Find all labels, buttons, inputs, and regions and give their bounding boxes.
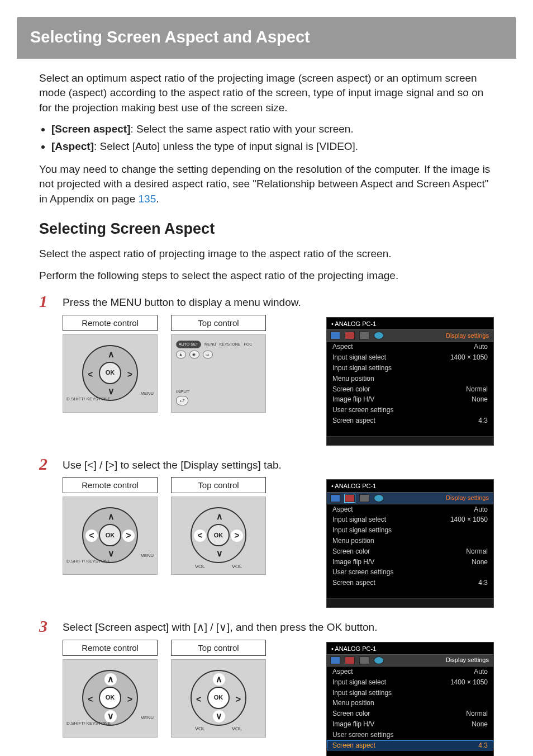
osd-row-name: User screen settings xyxy=(332,568,393,577)
osd-tab-label: Display settings xyxy=(446,656,493,664)
menu-label: MENU xyxy=(140,552,154,559)
osd-row-name: Menu position xyxy=(332,374,374,384)
osd-row-name: Image flip H/V xyxy=(332,557,374,567)
osd-row-value: None xyxy=(472,395,488,404)
bullet-2-text: : Select [Auto] unless the type of input… xyxy=(94,140,358,152)
osd-row-name: Screen color xyxy=(332,385,370,394)
osd-tab-label: Display settings xyxy=(446,332,493,340)
osd-source: ANALOG PC-1 xyxy=(335,645,376,652)
osd-row-value: 1400 × 1050 xyxy=(450,515,488,525)
top-control-label: Top control xyxy=(171,640,266,656)
osd-tab-icon xyxy=(330,656,340,664)
osd-row-name: Screen aspect xyxy=(332,578,375,588)
osd-row-value: None xyxy=(472,557,488,567)
osd-row-value: Auto xyxy=(474,667,488,677)
osd-row-name: Aspect xyxy=(332,667,353,677)
top-control-fig-1: Top control AUTO SET MENU KEYSTONE FOC ▲… xyxy=(171,315,266,413)
bullet-2-label: [Aspect] xyxy=(51,140,94,152)
osd-tab-icon xyxy=(374,656,384,664)
step-3-text: Select [Screen aspect] with [∧] / [∨], a… xyxy=(63,620,494,635)
dshift-label: D.SHIFT/ KEYSTONE xyxy=(66,396,111,402)
step-3: 3 Select [Screen aspect] with [∧] / [∨],… xyxy=(39,618,494,635)
remote-panel-image: ∧ ∨ <> OK D.SHIFT/ KEYSTONE MENU xyxy=(63,659,158,738)
bullet-1-label: [Screen aspect] xyxy=(51,123,131,135)
top-keystone-label: KEYSTONE xyxy=(220,342,241,347)
ok-button-icon: OK xyxy=(207,524,230,546)
osd-tab-icon xyxy=(359,332,369,339)
osd-row-value: Auto xyxy=(474,342,488,352)
ok-button-icon: OK xyxy=(99,524,121,546)
osd-row-name: Aspect xyxy=(332,505,353,514)
top-control-fig-3: Top control ∧ ∨ <> OK VOL VOL xyxy=(171,640,266,738)
vol-plus-label: VOL xyxy=(232,725,242,733)
vol-minus-label: VOL xyxy=(195,725,205,733)
ok-button-icon: OK xyxy=(207,687,230,709)
vol-plus-label: VOL xyxy=(232,563,242,570)
menu-label: MENU xyxy=(140,715,154,721)
osd-tab-icon xyxy=(374,332,384,339)
remote-control-label: Remote control xyxy=(63,315,158,331)
osd-row-value: 4:3 xyxy=(478,578,488,588)
osd-tab-icon-active xyxy=(345,494,355,502)
osd-menu-2: • ANALOG PC-1 Display settings AspectAut… xyxy=(326,479,494,608)
step-3-number: 3 xyxy=(39,618,53,635)
menu-label: MENU xyxy=(140,390,154,396)
osd-source: ANALOG PC-1 xyxy=(335,320,376,327)
osd-tab-icon xyxy=(374,494,384,502)
osd-row-name: Screen aspect xyxy=(332,416,375,426)
osd-row-value: None xyxy=(472,720,488,729)
osd-tab-icon xyxy=(330,332,340,339)
osd-tab-icon xyxy=(330,494,340,502)
appendix-page-link[interactable]: 135 xyxy=(139,193,156,205)
step-2: 2 Use [<] / [>] to select the [Display s… xyxy=(39,456,494,473)
step-1-text: Press the MENU button to display a menu … xyxy=(63,295,494,310)
osd-row-name: Input signal settings xyxy=(332,688,392,698)
osd-row-value: 1400 × 1050 xyxy=(450,678,488,687)
top-foc-label: FOC xyxy=(244,342,253,347)
osd-row-name: Image flip H/V xyxy=(332,720,374,729)
remote-panel-image: ∧∨ <> OK D.SHIFT/ KEYSTONE MENU xyxy=(63,334,158,413)
remote-control-label: Remote control xyxy=(63,640,158,656)
osd-row-value: Normal xyxy=(466,709,488,719)
remote-control-fig-3: Remote control ∧ ∨ <> OK D.SHIFT/ KEYSTO… xyxy=(63,640,158,738)
bullet-list: [Screen aspect]: Select the same aspect … xyxy=(51,122,494,154)
osd-row-name: Screen color xyxy=(332,547,370,556)
step-2-number: 2 xyxy=(39,456,53,472)
osd-row-name: User screen settings xyxy=(332,730,393,740)
remote-control-fig-2: Remote control ∧∨ < > OK D.SHIFT/ KEYSTO… xyxy=(63,477,158,575)
osd-row-value: Normal xyxy=(466,547,488,556)
top-input-label: INPUT xyxy=(176,389,189,395)
step-2-text: Use [<] / [>] to select the [Display set… xyxy=(63,458,494,473)
intro-p2-text-a: You may need to change the setting depen… xyxy=(39,163,490,205)
ok-button-icon: OK xyxy=(99,362,121,384)
osd-tab-icon xyxy=(345,656,355,664)
osd-row-value: Normal xyxy=(466,385,488,394)
osd-row-name: User screen settings xyxy=(332,405,393,415)
osd-tab-icon xyxy=(345,332,355,339)
remote-control-label: Remote control xyxy=(63,477,158,493)
osd-menu-1: • ANALOG PC-1 Display settings AspectAut… xyxy=(326,317,494,446)
section-p2: Perform the following steps to select th… xyxy=(39,268,494,284)
osd-tab-label: Display settings xyxy=(446,494,493,502)
top-control-label: Top control xyxy=(171,315,266,331)
section-heading: Selecting Screen Aspect xyxy=(39,219,494,240)
intro-paragraph-2: You may need to change the setting depen… xyxy=(39,162,494,207)
section-p1: Select the aspect ratio of projecting im… xyxy=(39,247,494,262)
bullet-aspect: [Aspect]: Select [Auto] unless the type … xyxy=(51,139,494,154)
osd-row-value: Auto xyxy=(474,505,488,514)
top-menu-label: MENU xyxy=(204,342,216,347)
osd-row-name: Image flip H/V xyxy=(332,395,374,404)
page-header: Selecting Screen Aspect and Aspect xyxy=(17,17,516,59)
bullet-1-text: : Select the same aspect ratio with your… xyxy=(131,123,354,135)
osd-row-name: Input signal settings xyxy=(332,526,392,535)
osd-row-name: Input signal settings xyxy=(332,363,392,373)
top-control-label: Top control xyxy=(171,477,266,493)
remote-control-fig-1: Remote control ∧∨ <> OK D.SHIFT/ KEYSTON… xyxy=(63,315,158,413)
ok-button-icon: OK xyxy=(99,687,121,709)
top-panel-image: ∧ ∨ <> OK VOL VOL xyxy=(171,659,266,738)
osd-row-value: 1400 × 1050 xyxy=(450,353,488,362)
osd-tab-icon xyxy=(359,656,369,664)
step-1-number: 1 xyxy=(39,293,53,310)
remote-panel-image: ∧∨ < > OK D.SHIFT/ KEYSTONE MENU xyxy=(63,497,158,575)
intro-p2-text-b: . xyxy=(156,193,159,205)
